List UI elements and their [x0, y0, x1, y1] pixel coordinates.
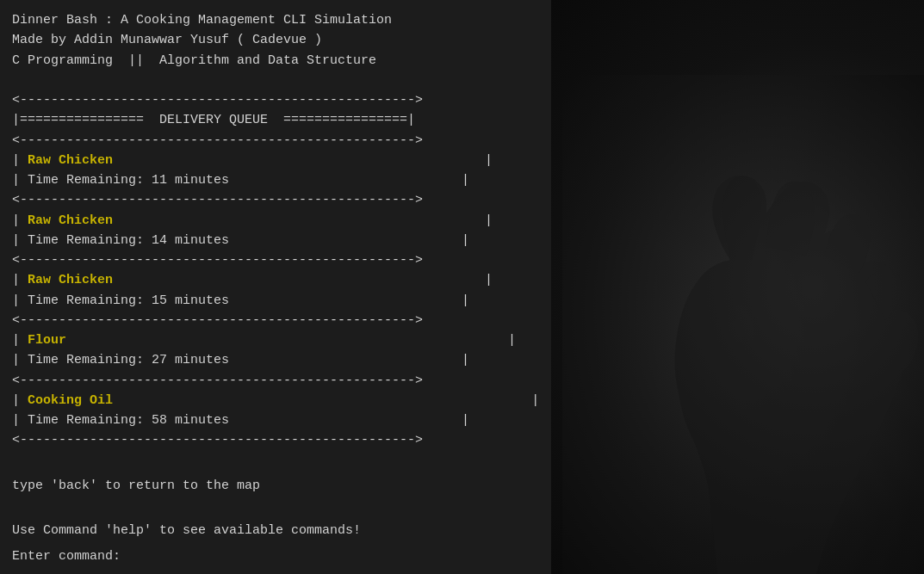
back-hint: type 'back' to return to the map	[12, 476, 539, 496]
item-name-4: Flour	[28, 333, 66, 348]
pipe-right-4: |	[66, 333, 516, 348]
item-time-row-1: | Time Remaining: 11 minutes |	[12, 170, 539, 190]
command-prompt-label: Enter command:	[12, 546, 128, 566]
command-input[interactable]	[128, 546, 387, 561]
item-time-4: Time Remaining: 27 minutes	[28, 353, 229, 367]
pipe-right-3: |	[113, 273, 493, 287]
command-line[interactable]: Enter command:	[12, 541, 539, 566]
item-name-5: Cooking Oil	[28, 393, 113, 408]
terminal-panel: Dinner Bash : A Cooking Management CLI S…	[0, 0, 551, 574]
queue-separator-top: <---------------------------------------…	[12, 90, 539, 110]
item-time-5: Time Remaining: 58 minutes	[28, 413, 229, 428]
item-time-row-4: | Time Remaining: 27 minutes |	[12, 350, 539, 370]
pipe-right-2: |	[113, 213, 493, 228]
item-row-5: | Cooking Oil |	[12, 391, 539, 410]
pipe-right-t2: |	[229, 233, 469, 248]
item-time-2: Time Remaining: 14 minutes	[28, 233, 229, 248]
pipe-right-t3: |	[229, 293, 469, 308]
item-row-2: | Raw Chicken |	[12, 211, 539, 231]
queue-separator-4: <---------------------------------------…	[12, 311, 539, 330]
header-line3: C Programming || Algorithm and Data Stru…	[12, 51, 539, 71]
item-time-row-5: | Time Remaining: 58 minutes |	[12, 410, 539, 430]
item-row-3: | Raw Chicken |	[12, 270, 539, 290]
pipe-left-t5: |	[12, 413, 28, 428]
item-time-row-2: | Time Remaining: 14 minutes |	[12, 231, 539, 250]
pipe-left-2: |	[12, 213, 28, 228]
pipe-left-4: |	[12, 333, 28, 348]
item-name-3: Raw Chicken	[28, 273, 113, 287]
item-time-1: Time Remaining: 11 minutes	[28, 173, 229, 188]
pipe-left-t4: |	[12, 353, 28, 367]
pipe-left-t1: |	[12, 173, 28, 188]
background-image-panel	[551, 0, 924, 574]
queue-separator-5: <---------------------------------------…	[12, 371, 539, 391]
pipe-left-5: |	[12, 393, 28, 408]
pipe-right-t5: |	[229, 413, 469, 428]
queue-separator-2: <---------------------------------------…	[12, 190, 539, 210]
pipe-right-5: |	[113, 393, 539, 408]
item-row-4: | Flour |	[12, 330, 539, 350]
header-line2: Made by Addin Munawwar Yusuf ( Cadevue )	[12, 30, 539, 50]
pipe-right-1: |	[113, 153, 493, 168]
queue-separator-bottom: <---------------------------------------…	[12, 430, 539, 450]
hand-silhouette-graphic	[562, 75, 924, 574]
pipe-right-t4: |	[229, 353, 469, 367]
pipe-left-1: |	[12, 153, 28, 168]
item-time-row-3: | Time Remaining: 15 minutes |	[12, 291, 539, 311]
queue-separator-1: <---------------------------------------…	[12, 131, 539, 151]
item-name-1: Raw Chicken	[28, 153, 113, 168]
pipe-left-t3: |	[12, 293, 28, 308]
pipe-left-3: |	[12, 273, 28, 287]
pipe-right-t1: |	[229, 173, 469, 188]
header-line1: Dinner Bash : A Cooking Management CLI S…	[12, 10, 539, 30]
item-name-2: Raw Chicken	[28, 213, 113, 228]
item-row-1: | Raw Chicken |	[12, 151, 539, 170]
help-hint: Use Command 'help' to see available comm…	[12, 521, 539, 540]
queue-title: |================ DELIVERY QUEUE =======…	[12, 110, 539, 130]
item-time-3: Time Remaining: 15 minutes	[28, 293, 229, 308]
queue-separator-3: <---------------------------------------…	[12, 250, 539, 270]
pipe-left-t2: |	[12, 233, 28, 248]
